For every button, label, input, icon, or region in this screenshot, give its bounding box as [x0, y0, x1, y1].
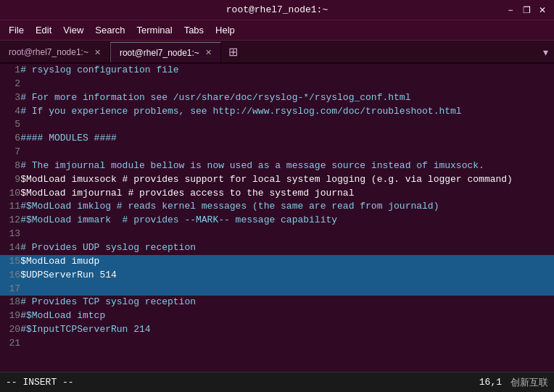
- table-row: 15$ModLoad imudp: [0, 255, 554, 269]
- table-row: 14# Provides UDP syslog reception: [0, 241, 554, 255]
- table-row: 21: [0, 337, 554, 351]
- table-row: 20#$InputTCPServerRun 214: [0, 323, 554, 337]
- line-code: # The imjournal module bellow is now use…: [20, 159, 554, 173]
- line-code: [20, 118, 554, 132]
- line-number: 17: [0, 283, 20, 296]
- menu-tabs[interactable]: Tabs: [178, 23, 210, 37]
- line-number: 18: [0, 296, 20, 309]
- code-table: 1# rsyslog configuration file23# For mor…: [0, 64, 554, 351]
- tab-1-label: root@rhel7_node1:~: [9, 47, 88, 57]
- window-controls: − ❐ ✕: [505, 4, 548, 16]
- menu-terminal[interactable]: Terminal: [131, 23, 178, 37]
- status-right: 16,1 创新互联: [479, 376, 548, 389]
- line-number: 21: [0, 337, 20, 351]
- table-row: 18# Provides TCP syslog reception: [0, 296, 554, 309]
- line-number: 4: [0, 105, 20, 119]
- line-number: 13: [0, 228, 20, 241]
- tab-dropdown-button[interactable]: ▾: [537, 42, 554, 62]
- menu-file[interactable]: File: [3, 23, 30, 37]
- line-code: $ModLoad imjournal # provides access to …: [20, 187, 554, 201]
- restore-button[interactable]: ❐: [521, 4, 532, 16]
- tab-bar: root@rhel7_node1:~ ✕ root@rhel7_node1:~ …: [0, 41, 554, 64]
- table-row: 13: [0, 228, 554, 241]
- line-code: #$ModLoad imklog # reads kernel messages…: [20, 200, 554, 214]
- table-row: 7: [0, 146, 554, 159]
- line-code: $ModLoad imudp: [20, 255, 554, 269]
- table-row: 16$UDPServerRun 514: [0, 269, 554, 283]
- table-row: 11#$ModLoad imklog # reads kernel messag…: [0, 200, 554, 214]
- tab-2-close[interactable]: ✕: [205, 48, 212, 57]
- line-number: 1: [0, 64, 20, 78]
- line-number: 3: [0, 91, 20, 105]
- title-bar: root@rhel7_node1:~ − ❐ ✕: [0, 0, 554, 20]
- table-row: 4# If you experience problems, see http:…: [0, 105, 554, 119]
- line-number: 12: [0, 214, 20, 228]
- line-number: 19: [0, 309, 20, 323]
- table-row: 19#$ModLoad imtcp: [0, 309, 554, 323]
- minimize-button[interactable]: −: [505, 4, 516, 16]
- table-row: 10$ModLoad imjournal # provides access t…: [0, 187, 554, 201]
- line-number: 16: [0, 269, 20, 283]
- line-code: [20, 146, 554, 159]
- line-code: #$ModLoad immark # provides --MARK-- mes…: [20, 214, 554, 228]
- line-code: [20, 337, 554, 351]
- tab-2[interactable]: root@rhel7_node1:~ ✕: [110, 42, 221, 62]
- editor-area: 1# rsyslog configuration file23# For mor…: [0, 64, 554, 372]
- table-row: 1# rsyslog configuration file: [0, 64, 554, 78]
- code-content[interactable]: 1# rsyslog configuration file23# For mor…: [0, 64, 554, 372]
- table-row: 9$ModLoad imuxsock # provides support fo…: [0, 173, 554, 187]
- line-number: 8: [0, 159, 20, 173]
- line-code: # If you experience problems, see http:/…: [20, 105, 554, 119]
- line-number: 9: [0, 173, 20, 187]
- line-code: [20, 228, 554, 241]
- line-number: 15: [0, 255, 20, 269]
- line-number: 14: [0, 241, 20, 255]
- menu-help[interactable]: Help: [210, 23, 241, 37]
- line-code: # Provides TCP syslog reception: [20, 296, 554, 309]
- status-bar: -- INSERT -- 16,1 创新互联: [0, 372, 554, 392]
- table-row: 6#### MODULES ####: [0, 132, 554, 146]
- line-number: 2: [0, 78, 20, 91]
- table-row: 3# For more information see /usr/share/d…: [0, 91, 554, 105]
- line-number: 7: [0, 146, 20, 159]
- vim-mode: -- INSERT --: [6, 377, 74, 388]
- line-number: 5: [0, 118, 20, 132]
- line-code: #### MODULES ####: [20, 132, 554, 146]
- line-code: [20, 283, 554, 296]
- line-code: $ModLoad imuxsock # provides support for…: [20, 173, 554, 187]
- tab-1[interactable]: root@rhel7_node1:~ ✕: [0, 42, 110, 62]
- line-code: # rsyslog configuration file: [20, 64, 554, 78]
- cursor-position: 16,1: [479, 377, 502, 388]
- line-code: $UDPServerRun 514: [20, 269, 554, 283]
- menu-search[interactable]: Search: [89, 23, 131, 37]
- close-button[interactable]: ✕: [537, 4, 548, 16]
- line-number: 6: [0, 132, 20, 146]
- line-number: 11: [0, 200, 20, 214]
- table-row: 5: [0, 118, 554, 132]
- line-code: [20, 78, 554, 91]
- new-tab-button[interactable]: ⊞: [224, 42, 242, 62]
- line-number: 10: [0, 187, 20, 201]
- line-code: # For more information see /usr/share/do…: [20, 91, 554, 105]
- window-title: root@rhel7_node1:~: [49, 4, 505, 15]
- line-number: 20: [0, 323, 20, 337]
- table-row: 2: [0, 78, 554, 91]
- line-code: #$InputTCPServerRun 214: [20, 323, 554, 337]
- line-code: # Provides UDP syslog reception: [20, 241, 554, 255]
- table-row: 17: [0, 283, 554, 296]
- menu-edit[interactable]: Edit: [30, 23, 57, 37]
- tab-1-close[interactable]: ✕: [94, 48, 101, 57]
- line-code: #$ModLoad imtcp: [20, 309, 554, 323]
- table-row: 8# The imjournal module bellow is now us…: [0, 159, 554, 173]
- watermark: 创新互联: [510, 376, 548, 389]
- table-row: 12#$ModLoad immark # provides --MARK-- m…: [0, 214, 554, 228]
- menu-bar: File Edit View Search Terminal Tabs Help: [0, 20, 554, 41]
- menu-view[interactable]: View: [57, 23, 89, 37]
- tab-2-label: root@rhel7_node1:~: [120, 48, 199, 58]
